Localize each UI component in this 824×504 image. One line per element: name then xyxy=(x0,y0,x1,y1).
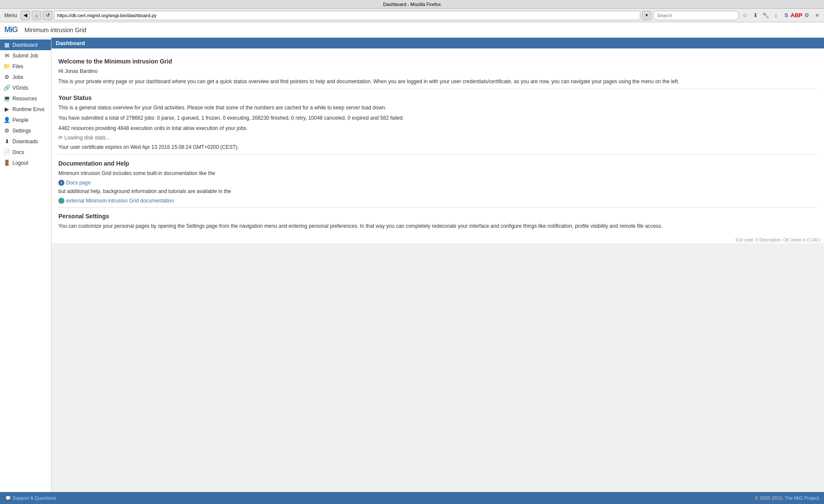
your-status-title: Your Status xyxy=(58,94,817,101)
sync-icon[interactable]: ↕ xyxy=(772,11,780,20)
jobs-status-text: You have submitted a total of 278662 job… xyxy=(58,114,817,122)
sidebar-label-people: People xyxy=(12,117,28,123)
toolbar-icons: ☆ ⬇ 🔧 ↕ S ABP ⚙ ≡ xyxy=(741,11,821,20)
external-link-item: 🌐 external Minimum intrusion Grid docume… xyxy=(58,198,817,204)
resources-status-text: 4482 resources providing 4848 execution … xyxy=(58,124,817,132)
sidebar-label-dashboard: Dashboard xyxy=(12,42,38,48)
dropdown-button[interactable]: ▾ xyxy=(642,11,651,20)
adblock-icon[interactable]: ABP xyxy=(792,11,801,20)
sidebar-label-jobs: Jobs xyxy=(12,74,23,80)
resources-icon: 💻 xyxy=(3,95,10,102)
docs-icon: 📄 xyxy=(3,149,10,155)
downloads-icon: ⬇ xyxy=(3,138,10,145)
footer-support: 💬 Support & Questions xyxy=(5,495,56,501)
settings2-icon[interactable]: ⚙ xyxy=(803,11,811,20)
submit-job-icon: ✉ xyxy=(3,52,10,59)
exit-code-bar: Exit code: 0 Description: OK (done in 0.… xyxy=(52,237,824,243)
sidebar-item-jobs[interactable]: ⚙ Jobs xyxy=(0,72,51,82)
sidebar-label-logout: Logout xyxy=(12,160,28,166)
cert-expiry-text: Your user certificate expires on Wed Apr… xyxy=(58,143,817,151)
status-intro-text: This is a general status overview for yo… xyxy=(58,104,817,112)
page-wrapper: MiG Minimum intrusion Grid ▦ Dashboard ✉… xyxy=(0,22,824,504)
personal-settings-title: Personal Settings xyxy=(58,213,817,220)
runtime-envs-icon: ▶ xyxy=(3,106,10,112)
content-body: Welcome to the Minimum intrusion Grid Hi… xyxy=(52,48,824,237)
support-link[interactable]: Support & Questions xyxy=(12,495,56,501)
docs-link-icon: i xyxy=(58,180,64,186)
external-link-icon: 🌐 xyxy=(58,198,64,204)
disk-loading-text: ⟳ Loading disk stats... xyxy=(58,135,817,141)
content-area: Dashboard Welcome to the Minimum intrusi… xyxy=(52,38,824,492)
dashboard-icon: ▦ xyxy=(3,42,10,48)
site-header: MiG Minimum intrusion Grid xyxy=(0,22,824,38)
search-input[interactable] xyxy=(653,11,739,20)
sidebar-item-files[interactable]: 📁 Files xyxy=(0,61,51,72)
sidebar-label-docs: Docs xyxy=(12,149,24,155)
page-footer: 💬 Support & Questions © 2003-2015, The M… xyxy=(0,492,824,504)
bookmark-icon[interactable]: ☆ xyxy=(741,11,749,20)
sidebar-item-runtime-envs[interactable]: ▶ Runtime Envs xyxy=(0,104,51,115)
sidebar-item-vgrids[interactable]: 🔗 VGrids xyxy=(0,82,51,93)
browser-title: Dashboard - Mozilla Firefox xyxy=(383,2,441,7)
copyright-text: © 2003-2015, xyxy=(755,495,784,501)
divider-personal xyxy=(58,207,817,208)
divider-status xyxy=(58,89,817,89)
doc-intro-text: Minimum intrusion Grid includes some bui… xyxy=(58,169,817,177)
people-icon: 👤 xyxy=(3,117,10,123)
sidebar-item-downloads[interactable]: ⬇ Downloads xyxy=(0,136,51,147)
exit-code-text: Exit code: 0 Description: OK (done in 0.… xyxy=(736,238,821,242)
site-title: Minimum intrusion Grid xyxy=(24,27,86,33)
project-link[interactable]: The MiG Project xyxy=(785,495,819,501)
jobs-icon: ⚙ xyxy=(3,74,10,80)
sidebar-label-vgrids: VGrids xyxy=(12,85,28,91)
url-bar[interactable] xyxy=(54,11,640,20)
sidebar-item-dashboard[interactable]: ▦ Dashboard xyxy=(0,39,51,50)
content-header: Dashboard xyxy=(52,38,824,48)
sidebar-label-downloads: Downloads xyxy=(12,139,38,145)
vgrids-icon: 🔗 xyxy=(3,85,10,91)
sidebar-item-resources[interactable]: 💻 Resources xyxy=(0,93,51,104)
download-icon[interactable]: ⬇ xyxy=(751,11,760,20)
extra-icon[interactable]: ≡ xyxy=(813,11,821,20)
logout-icon: 🚪 xyxy=(3,160,10,166)
intro-text: This is your private entry page or your … xyxy=(58,78,817,85)
settings-icon: ⚙ xyxy=(3,127,10,134)
sidebar-item-docs[interactable]: 📄 Docs xyxy=(0,147,51,157)
main-area: ▦ Dashboard ✉ Submit Job 📁 Files ⚙ Jobs … xyxy=(0,38,824,492)
welcome-title: Welcome to the Minimum intrusion Grid xyxy=(58,58,817,65)
back-button[interactable]: ◀ xyxy=(21,11,30,20)
browser-titlebar: Dashboard - Mozilla Firefox xyxy=(0,0,824,9)
divider-docs xyxy=(58,154,817,155)
sidebar-label-runtime-envs: Runtime Envs xyxy=(12,106,45,112)
greeting-text: Hi Jonas Bardino xyxy=(58,67,817,75)
home-button[interactable]: ⌂ xyxy=(32,11,41,20)
doc-help-title: Documentation and Help xyxy=(58,160,817,167)
docs-page-link[interactable]: Docs page xyxy=(66,180,91,186)
support-icon: 💬 xyxy=(5,495,11,501)
menu-button[interactable]: Menu xyxy=(3,12,19,19)
s-icon[interactable]: S xyxy=(782,11,791,20)
personal-settings-text: You can customize your personal pages by… xyxy=(58,222,817,230)
sidebar-label-files: Files xyxy=(12,63,23,69)
site-logo: MiG xyxy=(4,25,18,34)
sidebar-item-logout[interactable]: 🚪 Logout xyxy=(0,157,51,168)
external-docs-link[interactable]: external Minimum intrusion Grid document… xyxy=(66,198,174,204)
sidebar-label-submit-job: Submit Job xyxy=(12,53,38,59)
doc-additional-text: but additional help, background informat… xyxy=(58,187,817,195)
sidebar-item-submit-job[interactable]: ✉ Submit Job xyxy=(0,50,51,61)
sidebar-item-settings[interactable]: ⚙ Settings xyxy=(0,125,51,136)
loading-spinner-icon: ⟳ xyxy=(58,135,63,141)
sidebar-item-people[interactable]: 👤 People xyxy=(0,115,51,125)
reload-button[interactable]: ↺ xyxy=(43,11,52,20)
browser-toolbar: Menu ◀ ⌂ ↺ ▾ ☆ ⬇ 🔧 ↕ S ABP ⚙ ≡ xyxy=(0,9,824,22)
docs-link-item: i Docs page xyxy=(58,180,817,186)
tools-icon[interactable]: 🔧 xyxy=(761,11,770,20)
files-icon: 📁 xyxy=(3,63,10,69)
footer-copyright: © 2003-2015, The MiG Project xyxy=(755,495,819,501)
sidebar: ▦ Dashboard ✉ Submit Job 📁 Files ⚙ Jobs … xyxy=(0,38,52,492)
sidebar-label-settings: Settings xyxy=(12,128,31,134)
sidebar-label-resources: Resources xyxy=(12,96,37,102)
